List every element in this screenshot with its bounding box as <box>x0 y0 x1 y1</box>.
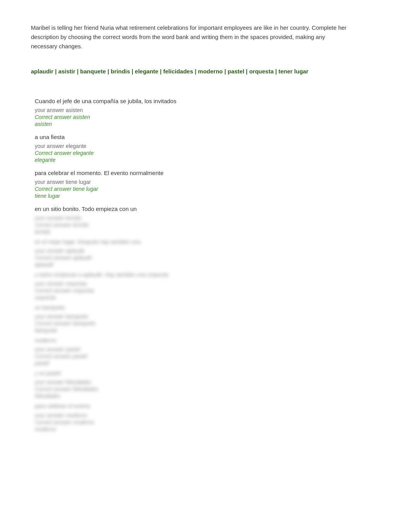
exercise-group-10: para celebrar el evento. your answer mod… <box>35 401 379 432</box>
answer-word-2: elegante <box>35 157 379 163</box>
correct-answer-7: Correct answer banquete <box>35 320 379 326</box>
your-answer-7: your answer banquete <box>35 313 379 320</box>
correct-answer-3: Correct answer tiene lugar <box>35 186 379 192</box>
sentence-1: Cuando el jefe de una compañía se jubila… <box>35 96 379 106</box>
your-answer-3: your answer tiene lugar <box>35 179 379 185</box>
sentence-5: en el mejor lugar. Después hay también u… <box>35 237 379 247</box>
correct-answer-2: Correct answer elegante <box>35 150 379 156</box>
answer-word-9: felicidades <box>35 393 379 399</box>
exercise-group-5: en el mejor lugar. Después hay también u… <box>35 237 379 268</box>
exercise-group-9: y un pastel your answer felicidades Corr… <box>35 369 379 399</box>
sentence-4: en un sitio bonito. Todo empieza con un <box>35 204 379 214</box>
sentence-9: y un pastel <box>35 369 379 378</box>
sentence-3: para celebrar el momento. El evento norm… <box>35 168 379 178</box>
your-answer-2: your answer elegante <box>35 143 379 149</box>
correct-answer-8: Correct answer pastel <box>35 353 379 359</box>
answer-word-4: brindis <box>35 229 379 235</box>
correct-answer-10: Correct answer moderno <box>35 419 379 425</box>
answer-word-10: moderno <box>35 426 379 432</box>
exercise-group-6: y todos empiezan a aplaudir. Hay también… <box>35 270 379 301</box>
answer-word-8: pastel <box>35 360 379 366</box>
correct-answer-1: Correct answer asisten <box>35 114 379 120</box>
answer-word-5: aplaudir <box>35 262 379 268</box>
exercise-group-8: moderno. your answer pastel Correct answ… <box>35 336 379 366</box>
sentence-7: un banquete <box>35 303 379 313</box>
sentence-8: moderno. <box>35 336 379 345</box>
answer-word-3: tiene lugar <box>35 193 379 199</box>
correct-answer-6: Correct answer orquesta <box>35 287 379 294</box>
your-answer-9: your answer felicidades <box>35 379 379 385</box>
your-answer-1: your answer asisten <box>35 107 379 113</box>
correct-answer-5: Correct answer aplaudir <box>35 255 379 261</box>
answer-word-6: orquesta <box>35 294 379 301</box>
sentence-2: a una fiesta <box>35 132 379 142</box>
intro-text: Maribel is telling her friend Nuria what… <box>31 23 347 51</box>
your-answer-4: your answer brindis <box>35 215 379 221</box>
word-bank: aplaudir | asistir | banquete | brindis … <box>31 66 379 76</box>
exercise-group-2: a una fiesta your answer elegante Correc… <box>35 132 379 163</box>
answer-word-7: banquete <box>35 327 379 333</box>
your-answer-10: your answer moderno <box>35 412 379 418</box>
exercise-group-7: un banquete your answer banquete Correct… <box>35 303 379 333</box>
sentence-10: para celebrar el evento. <box>35 401 379 411</box>
exercise-container: Cuando el jefe de una compañía se jubila… <box>35 96 379 432</box>
your-answer-5: your answer aplaudir <box>35 248 379 254</box>
correct-answer-9: Correct answer felicidades <box>35 386 379 392</box>
your-answer-6: your answer orquesta <box>35 280 379 287</box>
correct-answer-4: Correct answer brindis <box>35 222 379 228</box>
exercise-group-4: en un sitio bonito. Todo empieza con un … <box>35 204 379 235</box>
your-answer-8: your answer pastel <box>35 346 379 352</box>
answer-word-1: asisten <box>35 121 379 127</box>
exercise-group-1: Cuando el jefe de una compañía se jubila… <box>35 96 379 127</box>
exercise-group-3: para celebrar el momento. El evento norm… <box>35 168 379 199</box>
sentence-6: y todos empiezan a aplaudir. Hay también… <box>35 270 379 280</box>
